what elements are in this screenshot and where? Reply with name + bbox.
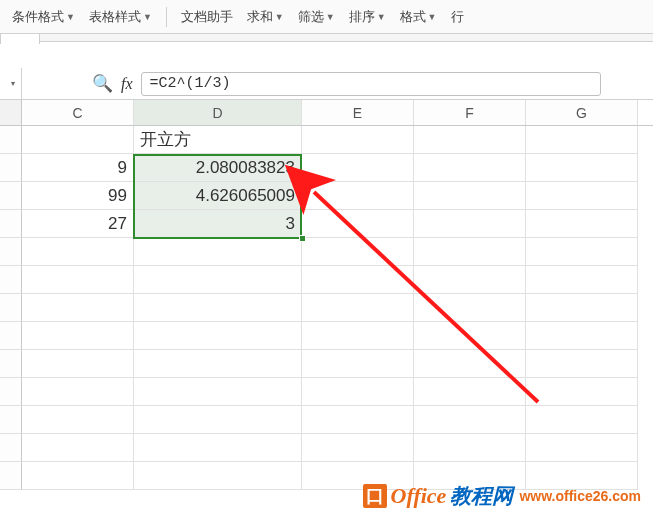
cell-D4[interactable]: 3 (134, 210, 302, 238)
cell-F1[interactable] (414, 126, 526, 154)
cell[interactable] (134, 238, 302, 266)
cell[interactable] (414, 350, 526, 378)
cell-E1[interactable] (302, 126, 414, 154)
row-header[interactable] (0, 126, 22, 154)
cell[interactable] (22, 434, 134, 462)
row-header[interactable] (0, 238, 22, 266)
cell[interactable] (526, 322, 638, 350)
row-header[interactable] (0, 210, 22, 238)
cell-G1[interactable] (526, 126, 638, 154)
cell[interactable] (134, 378, 302, 406)
cell[interactable] (302, 266, 414, 294)
cell[interactable] (302, 322, 414, 350)
cell[interactable] (22, 462, 134, 490)
cell-F3[interactable] (414, 182, 526, 210)
cell[interactable] (302, 434, 414, 462)
row-button[interactable]: 行 (447, 6, 468, 28)
cell[interactable] (526, 294, 638, 322)
cell-G4[interactable] (526, 210, 638, 238)
col-header-C[interactable]: C (22, 100, 134, 125)
col-header-F[interactable]: F (414, 100, 526, 125)
row-header[interactable] (0, 434, 22, 462)
cell[interactable] (302, 350, 414, 378)
sort-button[interactable]: 排序 ▼ (345, 6, 390, 28)
filter-button[interactable]: 筛选 ▼ (294, 6, 339, 28)
tab-sliver (0, 34, 653, 42)
row-header[interactable] (0, 182, 22, 210)
cell-C1[interactable] (22, 126, 134, 154)
cell[interactable] (22, 294, 134, 322)
conditional-format-button[interactable]: 条件格式 ▼ (8, 6, 79, 28)
select-all-corner[interactable] (0, 100, 22, 125)
cell-C4[interactable]: 27 (22, 210, 134, 238)
cell[interactable] (134, 462, 302, 490)
cell[interactable] (414, 406, 526, 434)
cell[interactable] (134, 406, 302, 434)
cell[interactable] (302, 378, 414, 406)
fx-label[interactable]: fx (121, 75, 133, 93)
sum-button[interactable]: 求和 ▼ (243, 6, 288, 28)
col-header-D[interactable]: D (134, 100, 302, 125)
cell-E2[interactable] (302, 154, 414, 182)
row-header[interactable] (0, 462, 22, 490)
table-style-button[interactable]: 表格样式 ▼ (85, 6, 156, 28)
row-header[interactable] (0, 294, 22, 322)
cell[interactable] (414, 434, 526, 462)
cell-G3[interactable] (526, 182, 638, 210)
cell[interactable] (414, 266, 526, 294)
spreadsheet: C D E F G 开立方 9 2.080083823 99 4.6260650… (0, 100, 653, 490)
logo-icon: 口 (363, 484, 387, 508)
formula-input[interactable] (141, 72, 601, 96)
cell[interactable] (302, 406, 414, 434)
cell[interactable] (526, 238, 638, 266)
doc-helper-button[interactable]: 文档助手 (177, 6, 237, 28)
cell[interactable] (22, 406, 134, 434)
cell-C3[interactable]: 99 (22, 182, 134, 210)
name-box[interactable]: ▾ (0, 68, 22, 99)
row-header[interactable] (0, 322, 22, 350)
magnify-icon[interactable]: 🔍 (92, 73, 113, 94)
cell[interactable] (22, 378, 134, 406)
cell[interactable] (526, 350, 638, 378)
row-header[interactable] (0, 406, 22, 434)
cell[interactable] (22, 266, 134, 294)
cell-F4[interactable] (414, 210, 526, 238)
cell[interactable] (134, 294, 302, 322)
format-button[interactable]: 格式 ▼ (396, 6, 441, 28)
row-header[interactable] (0, 350, 22, 378)
row-header[interactable] (0, 266, 22, 294)
fx-area: 🔍 fx (22, 72, 601, 96)
table-style-label: 表格样式 (89, 8, 141, 26)
cell-G2[interactable] (526, 154, 638, 182)
cell[interactable] (526, 406, 638, 434)
cell[interactable] (302, 238, 414, 266)
cell[interactable] (22, 350, 134, 378)
cell-F2[interactable] (414, 154, 526, 182)
cell[interactable] (134, 434, 302, 462)
col-header-E[interactable]: E (302, 100, 414, 125)
cell[interactable] (414, 322, 526, 350)
cell[interactable] (22, 322, 134, 350)
cell[interactable] (526, 266, 638, 294)
row-header[interactable] (0, 154, 22, 182)
cell[interactable] (302, 294, 414, 322)
cell-C2[interactable]: 9 (22, 154, 134, 182)
cell[interactable] (22, 238, 134, 266)
row-header[interactable] (0, 378, 22, 406)
cell[interactable] (134, 266, 302, 294)
cell-D2[interactable]: 2.080083823 (134, 154, 302, 182)
doc-helper-label: 文档助手 (181, 8, 233, 26)
cell[interactable] (134, 350, 302, 378)
col-header-G[interactable]: G (526, 100, 638, 125)
cell-D3[interactable]: 4.626065009 (134, 182, 302, 210)
cell-D1[interactable]: 开立方 (134, 126, 302, 154)
separator (166, 7, 167, 27)
cell[interactable] (414, 238, 526, 266)
cell[interactable] (414, 294, 526, 322)
cell[interactable] (526, 434, 638, 462)
cell-E3[interactable] (302, 182, 414, 210)
cell[interactable] (526, 378, 638, 406)
cell[interactable] (134, 322, 302, 350)
cell[interactable] (414, 378, 526, 406)
cell-E4[interactable] (302, 210, 414, 238)
